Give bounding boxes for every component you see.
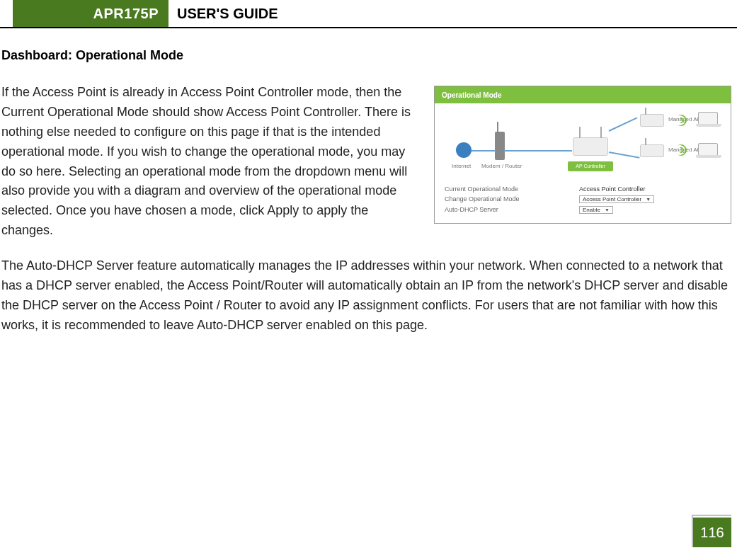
router-icon [573, 137, 608, 156]
setting-label: Current Operational Mode [445, 185, 579, 193]
page-number-decoration [693, 515, 731, 516]
figure-settings: Current Operational Mode Access Point Co… [435, 180, 731, 221]
header-model-text: APR175P [93, 6, 159, 22]
modem-router-label: Modem / Router [481, 163, 522, 169]
connection-line [504, 150, 572, 152]
body-wrap: Operational Mode AP Controller Managed A… [1, 83, 736, 336]
operational-mode-figure: Operational Mode AP Controller Managed A… [434, 86, 731, 224]
wifi-icon [674, 113, 688, 127]
figure-banner: Operational Mode [435, 86, 731, 103]
wifi-icon [674, 143, 688, 157]
connection-line [609, 152, 640, 159]
internet-label: Internet [452, 163, 471, 169]
chevron-down-icon: ▼ [605, 207, 610, 212]
managed-ap-icon [640, 114, 664, 127]
page-number: 116 [700, 525, 724, 541]
dropdown-value: Enable [583, 207, 600, 213]
setting-label: Change Operational Mode [445, 195, 579, 203]
ap-controller-badge: AP Controller [568, 161, 613, 171]
paragraph-2: The Auto-DHCP Server feature automatical… [1, 256, 736, 336]
header-title: USER'S GUIDE [177, 0, 278, 27]
section-title: Dashboard: Operational Mode [1, 48, 736, 63]
header-title-text: USER'S GUIDE [177, 6, 278, 22]
laptop-icon [698, 143, 718, 156]
setting-label: Auto-DHCP Server [445, 206, 579, 214]
header-model-badge: APR175P [13, 0, 168, 27]
page-number-box: 116 [693, 518, 731, 547]
chevron-down-icon: ▼ [646, 197, 651, 202]
figure-diagram: AP Controller Managed AP Managed AP [435, 103, 731, 180]
laptop-icon [698, 112, 718, 125]
setting-dropdown: Access Point Controller▼ [579, 195, 721, 203]
document-page: APR175P USER'S GUIDE Dashboard: Operatio… [0, 0, 737, 560]
setting-dropdown: Enable▼ [579, 206, 721, 214]
connection-line [609, 117, 638, 131]
globe-icon [456, 142, 472, 158]
connection-line [472, 150, 496, 152]
figure-banner-text: Operational Mode [442, 91, 501, 99]
modem-icon [495, 132, 505, 160]
header-bar: APR175P USER'S GUIDE [0, 0, 737, 28]
dropdown-value: Access Point Controller [583, 196, 641, 202]
managed-ap-icon [640, 144, 664, 157]
setting-value: Access Point Controller [579, 185, 721, 193]
content-area: Dashboard: Operational Mode Operational … [0, 28, 737, 336]
